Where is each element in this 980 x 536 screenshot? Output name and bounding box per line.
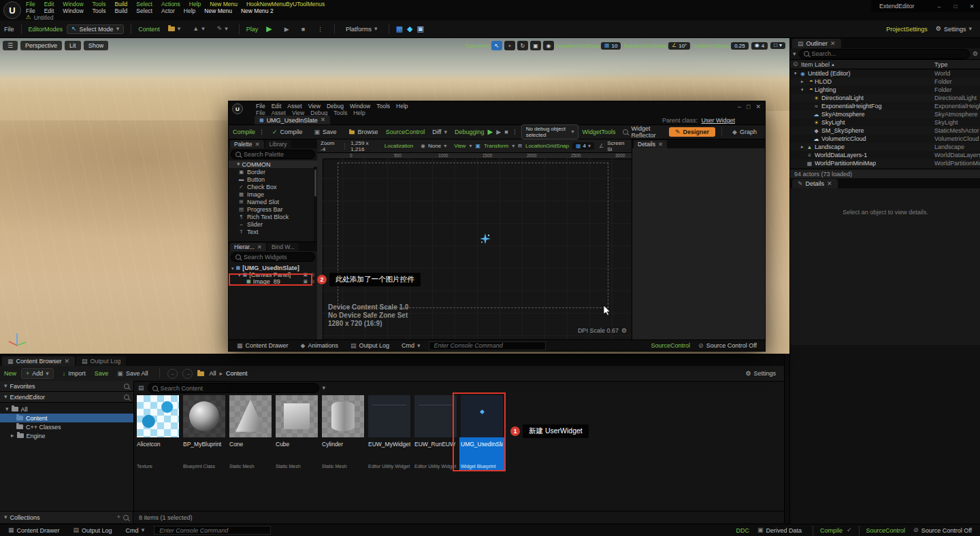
close-icon[interactable]: ✕	[658, 141, 663, 148]
grid-snap-value-button[interactable]: ▦ 4 ▾	[572, 142, 594, 150]
umg-menu-help[interactable]: Help	[396, 103, 408, 110]
add-button[interactable]: + Add ▾	[21, 368, 54, 379]
tab-library[interactable]: Library	[265, 140, 291, 148]
frame-skip-button[interactable]: ▶	[280, 24, 293, 34]
outliner-row-volumetriccloud[interactable]: ☁ VolumetricCloud VolumetricCloud	[790, 135, 980, 143]
close-icon[interactable]: ✕	[321, 117, 326, 123]
scale-snap-button[interactable]: 0.25	[731, 42, 749, 50]
cmd-dropdown[interactable]: Cmd ▾	[397, 341, 425, 350]
close-icon[interactable]: ✕	[257, 244, 262, 250]
umg-blueprint-editor-window[interactable]: U File Edit Asset View Debug Window Tool…	[228, 101, 766, 352]
hierarchy-root[interactable]: ▾ ▦ [UMG_UsedInSlate]	[231, 265, 317, 271]
outliner-row-directionallight[interactable]: ☀ DirectionalLight DirectionalLight	[790, 94, 980, 102]
plugin-tool-icon-3[interactable]: ▣	[417, 25, 424, 33]
add-collection-icon[interactable]: +	[117, 514, 120, 520]
menu-edit-2[interactable]: Edit	[44, 7, 54, 14]
chevron-down-icon[interactable]: ▾	[512, 144, 514, 149]
menu-hook-new-menu[interactable]: HookNewMenuByUToolMenus	[246, 1, 325, 7]
widget-reflector-button[interactable]: Widget Reflector	[619, 124, 666, 140]
tab-outliner[interactable]: ▤ Outliner ✕	[792, 39, 841, 48]
hierarchy-search[interactable]	[231, 252, 315, 262]
tab-hierarchy[interactable]: Hierar... ✕	[230, 243, 266, 251]
eye-icon[interactable]: ⊙	[793, 61, 801, 67]
perspective-button[interactable]: Perspective	[20, 41, 62, 50]
list-view-icon[interactable]: ▤	[138, 385, 144, 391]
umg-asset-tab[interactable]: ▦ UMG_UsedInSlate ✕	[255, 116, 330, 124]
derived-data-button[interactable]: ▣ Derived Data	[753, 526, 806, 535]
menu-tools-2[interactable]: Tools	[93, 7, 106, 14]
expander-icon[interactable]: ▾	[801, 87, 806, 93]
outliner-row-skysphere[interactable]: ◆ SM_SkySphere StaticMeshActor	[790, 127, 980, 135]
outliner-row-skyatmosphere[interactable]: ☁ SkyAtmosphere SkyAtmosphere	[790, 110, 980, 118]
collections-section[interactable]: ▾ Collections +	[0, 511, 133, 523]
frame-skip-icon[interactable]: ▶	[496, 129, 501, 135]
palette-item-image[interactable]: ▦Image	[229, 190, 317, 198]
tree-item-content[interactable]: Content	[0, 414, 133, 422]
cb-settings-button[interactable]: ⚙ Settings	[741, 369, 780, 378]
umg-titlebar[interactable]: U File Edit Asset View Debug Window Tool…	[229, 101, 765, 124]
play-icon[interactable]: ▶	[488, 129, 493, 135]
palette-item-border[interactable]: ▣Border	[229, 168, 317, 175]
gear-icon[interactable]: ⚙	[621, 328, 627, 334]
designer-tab-button[interactable]: ✎ Designer	[669, 127, 715, 137]
output-log-button[interactable]: ▤ Output Log	[69, 526, 116, 535]
viewport-menu-button[interactable]: ☰	[3, 41, 18, 50]
chevron-down-icon[interactable]: ▾	[469, 144, 472, 149]
tree-item-all[interactable]: ▾ All	[0, 405, 133, 414]
camera-speed-button[interactable]: ◉4	[751, 42, 768, 50]
close-button[interactable]: ✕	[964, 0, 980, 12]
menu-window[interactable]: Window	[63, 1, 83, 7]
play-button[interactable]: ▶	[262, 23, 276, 35]
expander-icon[interactable]: ▸	[801, 79, 806, 84]
close-button[interactable]: ✕	[755, 103, 761, 110]
menu-tools[interactable]: Tools	[93, 1, 106, 7]
umg-menu-view[interactable]: View	[308, 103, 321, 110]
menu-window-2[interactable]: Window	[63, 7, 83, 14]
lock-icon[interactable]: ▣	[475, 144, 480, 149]
outliner-search-input[interactable]	[812, 50, 965, 57]
menu-new-menu-2[interactable]: New Menu	[204, 7, 232, 14]
tab-umg-details[interactable]: Details ✕	[634, 140, 667, 148]
tab-output-log[interactable]: ▤ Output Log	[76, 356, 126, 366]
umg-menu-edit[interactable]: Edit	[272, 103, 282, 110]
animations-button[interactable]: ◆ Animations	[297, 341, 342, 350]
expander-icon[interactable]: ▾	[794, 71, 800, 76]
umg-menu-file[interactable]: File	[256, 103, 265, 110]
outliner-search[interactable]	[799, 49, 970, 59]
designer-canvas[interactable]: Device Content Scale 1.0 No Device Safe …	[323, 158, 632, 339]
menu-help[interactable]: Help	[189, 1, 201, 7]
outliner-row-world[interactable]: ▾ ◉ Untitled (Editor) World	[790, 69, 980, 78]
umg-menu-help-2[interactable]: Help	[353, 110, 365, 116]
outliner-row-skylight[interactable]: ☀ SkyLight SkyLight	[790, 118, 980, 127]
content-search[interactable]	[148, 383, 319, 393]
tab-content-browser[interactable]: ▦ Content Browser ✕	[2, 356, 75, 366]
location-snap-button[interactable]: ▦10	[601, 42, 621, 50]
world-space-button[interactable]: ◉	[543, 41, 554, 50]
play-options-button[interactable]: ⋮	[313, 24, 327, 34]
rotation-snap-button[interactable]: ∠10°	[668, 42, 690, 50]
outliner-row-hlod[interactable]: ▸ HLOD Folder	[790, 78, 980, 86]
asset-aliceicon[interactable]: AliceIcon Texture	[137, 395, 179, 471]
favorites-header[interactable]: ▾ Favorites	[0, 381, 133, 392]
palette-item-rich-text[interactable]: ¶Rich Text Block	[229, 213, 317, 220]
umg-menu-tools[interactable]: Tools	[376, 103, 390, 110]
stop-button[interactable]: ■	[297, 24, 309, 34]
content-drawer-button[interactable]: ▦ Content Drawer	[233, 341, 293, 350]
umg-menu-window[interactable]: Window	[350, 103, 370, 110]
console-input[interactable]	[158, 526, 267, 535]
palette-item-slider[interactable]: ↔Slider	[229, 220, 317, 228]
umg-menu-asset[interactable]: Asset	[287, 103, 301, 110]
paint-mode-button[interactable]: ✎ ▾	[213, 24, 232, 33]
menu-help-2[interactable]: Help	[184, 7, 195, 14]
asset-bp-mybluprint[interactable]: BP_MyBluprint Blueprint Class	[183, 395, 225, 471]
breadcrumb-content[interactable]: Content	[226, 370, 248, 377]
tree-item-cpp-classes[interactable]: C++ Classes	[0, 422, 133, 431]
show-button[interactable]: Show	[84, 41, 109, 50]
filter-icon[interactable]: ▾	[323, 385, 326, 391]
landscape-mode-button[interactable]: ▲ ▾	[189, 24, 208, 33]
image-widget-sparkle[interactable]	[480, 233, 491, 244]
console-input-box[interactable]	[154, 526, 271, 535]
menu-new-menu-2b[interactable]: New Menu 2	[241, 7, 274, 14]
diff-dropdown[interactable]: Diff ▾	[428, 127, 451, 137]
save-all-button[interactable]: ▣ Save All	[113, 369, 152, 378]
